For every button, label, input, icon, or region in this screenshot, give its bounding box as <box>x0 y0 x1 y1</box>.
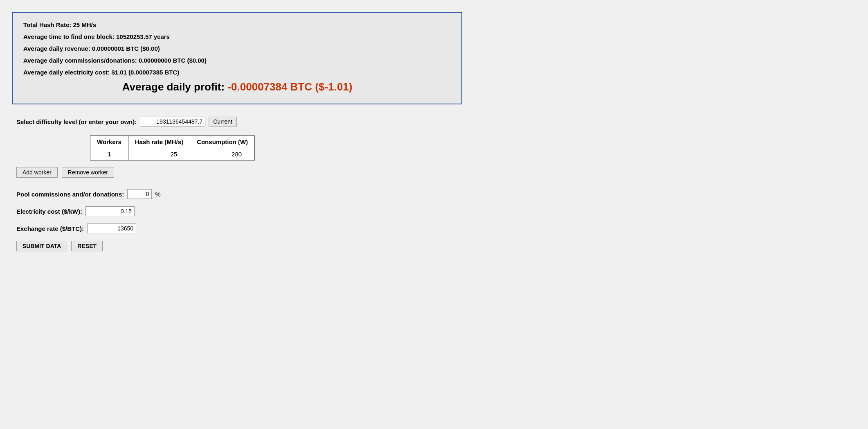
electricity-cost-row: Electricity cost ($/kW): <box>16 206 856 216</box>
col-header-workers: Workers <box>90 136 128 148</box>
worker-number: 1 <box>90 148 128 160</box>
reset-button[interactable]: RESET <box>71 241 103 251</box>
profit-line: Average daily profit: -0.00007384 BTC ($… <box>23 81 451 93</box>
hash-rate-cell[interactable] <box>128 148 190 160</box>
exchange-label: Exchange rate ($/BTC): <box>16 225 84 232</box>
results-box: Total Hash Rate: 25 MH/s Average time to… <box>12 12 462 104</box>
electricity-label: Electricity cost ($/kW): <box>16 208 82 215</box>
electricity-input[interactable] <box>85 206 135 216</box>
profit-prefix: Average daily profit: <box>122 81 228 93</box>
controls-section: Select difficulty level (or enter your o… <box>12 117 856 251</box>
block-time-line: Average time to find one block: 10520253… <box>23 33 451 40</box>
difficulty-row: Select difficulty level (or enter your o… <box>16 117 856 126</box>
submit-row: SUBMIT DATA RESET <box>16 241 856 251</box>
daily-commissions-line: Average daily commissions/donations: 0.0… <box>23 57 451 64</box>
exchange-rate-row: Exchange rate ($/BTC): <box>16 224 856 233</box>
exchange-input[interactable] <box>87 224 136 233</box>
worker-buttons: Add worker Remove worker <box>16 167 856 178</box>
table-row: 1 <box>90 148 255 160</box>
submit-button[interactable]: SUBMIT DATA <box>16 241 67 251</box>
difficulty-input[interactable] <box>140 117 205 126</box>
pool-unit: % <box>155 191 160 198</box>
hash-rate-line: Total Hash Rate: 25 MH/s <box>23 21 451 28</box>
current-button[interactable]: Current <box>209 117 237 126</box>
workers-table: Workers Hash rate (MH/s) Consumption (W)… <box>90 135 255 160</box>
daily-revenue-line: Average daily revenue: 0.00000001 BTC ($… <box>23 45 451 52</box>
remove-worker-button[interactable]: Remove worker <box>62 167 114 178</box>
workers-table-section: Workers Hash rate (MH/s) Consumption (W)… <box>90 135 856 160</box>
col-header-consumption: Consumption (W) <box>190 136 255 148</box>
consumption-cell[interactable] <box>190 148 255 160</box>
electricity-cost-line: Average daily electricity cost: $1.01 (0… <box>23 69 451 76</box>
pool-label: Pool commissions and/or donations: <box>16 191 124 198</box>
hash-rate-input[interactable] <box>151 151 183 158</box>
col-header-hashrate: Hash rate (MH/s) <box>128 136 190 148</box>
profit-value: -0.00007384 BTC ($-1.01) <box>227 81 352 93</box>
pool-input[interactable] <box>127 189 152 199</box>
consumption-input[interactable] <box>215 151 248 158</box>
pool-commissions-row: Pool commissions and/or donations: % <box>16 189 856 199</box>
add-worker-button[interactable]: Add worker <box>16 167 58 178</box>
difficulty-label: Select difficulty level (or enter your o… <box>16 118 137 125</box>
